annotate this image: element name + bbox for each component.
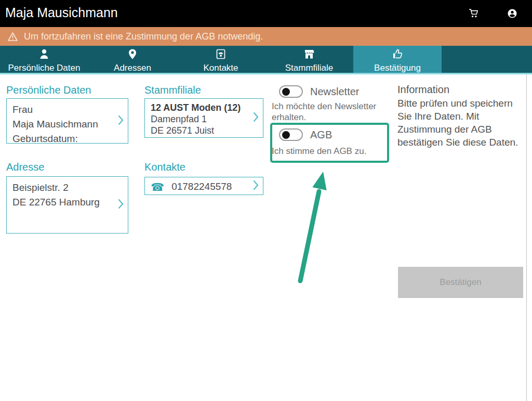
branch-street: Damenpfad 1 — [151, 113, 248, 125]
chevron-right-icon — [253, 112, 259, 124]
city: DE 22765 Hamburg — [12, 195, 113, 210]
tab-underline — [0, 73, 532, 74]
tab-bestaetigung[interactable]: Bestätigung — [353, 46, 442, 73]
birthdate-label: Geburtsdatum: — [12, 132, 113, 146]
tab-bar: Persönliche Daten Adressen Kontakte — [0, 46, 532, 73]
phone-number: 01782245578 — [171, 181, 232, 192]
salutation: Frau — [12, 102, 113, 117]
toggle-knob — [282, 88, 290, 96]
newsletter-label: Newsletter — [310, 86, 359, 98]
newsletter-description: Ich möchte den Newsletter erhalten. — [272, 101, 380, 123]
branch-name: 12 AUST Moden (12) — [151, 102, 248, 113]
store-icon — [303, 48, 315, 62]
branch-city: DE 26571 Juist — [151, 125, 248, 136]
info-title: Information — [397, 84, 449, 96]
tab-label: Kontakte — [203, 63, 238, 73]
agb-label: AGB — [310, 129, 332, 141]
account-icon[interactable] — [505, 6, 520, 21]
chevron-right-icon — [118, 199, 124, 211]
tab-label: Adressen — [114, 63, 151, 73]
chevron-right-icon — [253, 180, 259, 192]
app-window: Maja Mausichmann Um fortzufahren — [0, 0, 532, 401]
chevron-right-icon — [118, 115, 124, 127]
street: Beispielstr. 2 — [12, 180, 113, 195]
confirm-button[interactable]: Bestätigen — [398, 267, 523, 298]
agb-toggle[interactable]: AGB — [279, 128, 332, 141]
branch-card[interactable]: 12 AUST Moden (12) Damenpfad 1 DE 26571 … — [144, 98, 263, 138]
agb-description: Ich stimme den AGB zu. — [272, 146, 383, 157]
contacts-heading: Kontakte — [144, 161, 185, 173]
tab-kontakte[interactable]: Kontakte — [177, 46, 265, 73]
tab-label: Stammfiliale — [285, 63, 334, 73]
newsletter-switch[interactable] — [279, 85, 303, 98]
newsletter-toggle[interactable]: Newsletter — [279, 85, 359, 98]
thumbs-up-icon — [391, 48, 404, 62]
personal-heading: Persönliche Daten — [6, 84, 91, 96]
address-heading: Adresse — [6, 161, 44, 173]
header-bar: Maja Mausichmann — [0, 0, 532, 27]
full-name: Maja Mausichmann — [12, 117, 113, 132]
agb-switch[interactable] — [279, 128, 303, 141]
person-icon — [38, 48, 50, 62]
tab-stammfiliale[interactable]: Stammfiliale — [265, 46, 353, 73]
tab-label: Bestätigung — [374, 63, 421, 73]
warning-triangle-icon — [7, 32, 18, 42]
location-pin-icon — [127, 48, 138, 62]
toggle-knob — [282, 131, 290, 139]
tab-label: Persönliche Daten — [8, 63, 81, 73]
address-card[interactable]: Beispielstr. 2 DE 22765 Hamburg — [6, 176, 128, 234]
cart-icon[interactable] — [467, 6, 481, 21]
phone-box-icon — [215, 48, 227, 62]
tab-persoenliche-daten[interactable]: Persönliche Daten — [0, 46, 88, 73]
contact-card[interactable]: ☎01782245578 — [144, 177, 263, 195]
telephone-icon: ☎ — [151, 181, 164, 193]
branch-heading: Stammfiliale — [144, 84, 201, 96]
annotation-arrow-icon — [283, 166, 335, 286]
info-body: Bitte prüfen und speichern Sie Ihre Date… — [397, 97, 520, 149]
tab-adressen[interactable]: Adressen — [88, 46, 177, 73]
personal-card[interactable]: Frau Maja Mausichmann Geburtsdatum: — [6, 98, 128, 144]
page-title: Maja Mausichmann — [5, 5, 118, 20]
scrollbar-track[interactable] — [526, 74, 527, 401]
warning-banner: Um fortzufahren ist eine Zustimmung der … — [0, 27, 532, 46]
warning-message: Um fortzufahren ist eine Zustimmung der … — [24, 31, 263, 42]
